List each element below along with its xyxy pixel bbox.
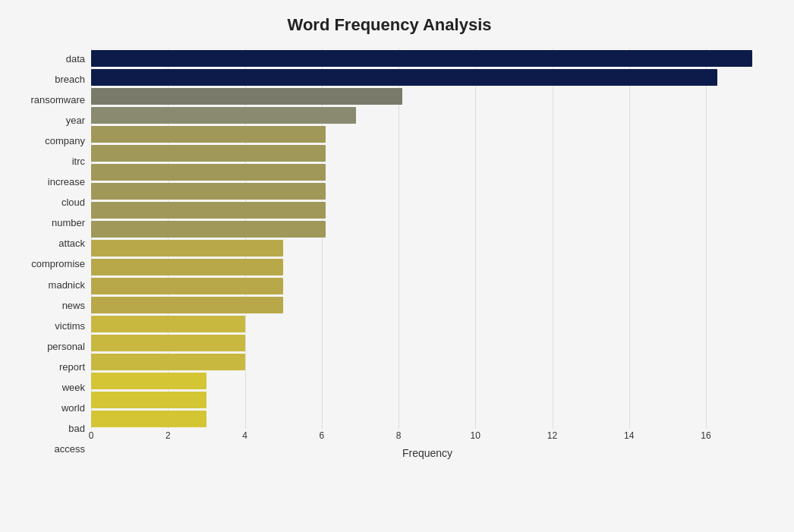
bar-row <box>91 200 764 219</box>
bar-row <box>91 105 764 124</box>
y-label: cloud <box>61 197 85 207</box>
bar <box>91 316 245 332</box>
bar <box>91 183 326 200</box>
x-axis: 0246810121416 Frequency <box>91 429 764 459</box>
bar <box>91 354 245 370</box>
x-tick: 6 <box>319 430 324 441</box>
x-tick: 14 <box>624 430 634 441</box>
bar-row <box>91 124 764 143</box>
bar <box>91 164 326 181</box>
y-label: year <box>66 115 85 125</box>
y-label: personal <box>47 342 85 351</box>
y-label: news <box>62 301 85 310</box>
bar <box>91 392 206 408</box>
bar <box>91 107 356 124</box>
y-label: bad <box>68 423 85 433</box>
bar <box>91 50 752 67</box>
bar-row <box>91 372 764 391</box>
bar-row <box>91 68 764 87</box>
x-axis-label: Frequency <box>91 447 764 459</box>
y-label: week <box>62 382 85 392</box>
bar <box>91 126 326 143</box>
bar-row <box>91 277 764 296</box>
x-tick: 10 <box>471 430 480 441</box>
x-tick: 0 <box>89 430 94 441</box>
bar <box>91 88 402 105</box>
bar <box>91 69 717 86</box>
y-label: victims <box>55 321 85 331</box>
y-label: madnick <box>49 280 85 290</box>
bar <box>91 373 206 389</box>
bar-row <box>91 181 764 200</box>
bar-row <box>91 258 764 277</box>
bar-row <box>91 353 764 372</box>
chart-container: Word Frequency Analysis databreachransom… <box>0 0 794 532</box>
y-label: access <box>55 444 85 454</box>
bar <box>91 297 283 313</box>
bar <box>91 259 283 275</box>
x-tick: 16 <box>701 430 711 441</box>
bar-row <box>91 49 764 68</box>
bar <box>91 145 326 162</box>
bar-row <box>91 296 764 315</box>
y-label: compromise <box>31 259 85 269</box>
y-label: itrc <box>72 156 85 166</box>
grid-and-bars <box>91 49 764 429</box>
bar-row <box>91 334 764 353</box>
y-labels: databreachransomwareyearcompanyitrcincre… <box>15 49 91 459</box>
bar <box>91 335 245 351</box>
y-label: attack <box>58 238 85 248</box>
bar-row <box>91 162 764 181</box>
y-label: increase <box>48 177 85 187</box>
bar-row <box>91 238 764 257</box>
x-tick: 8 <box>396 430 402 441</box>
bar-row <box>91 87 764 105</box>
bar-row <box>91 219 764 238</box>
bar-row <box>91 143 764 162</box>
chart-title: Word Frequency Analysis <box>15 15 764 35</box>
bar-row <box>91 315 764 334</box>
y-label: number <box>52 218 85 228</box>
y-label: breach <box>55 74 85 84</box>
x-tick: 2 <box>165 430 171 441</box>
bar <box>91 221 326 238</box>
x-ticks: 0246810121416 <box>91 429 764 444</box>
x-tick: 12 <box>547 430 557 441</box>
bar <box>91 202 326 219</box>
x-tick: 4 <box>242 430 247 441</box>
y-label: ransomware <box>30 95 85 105</box>
bar <box>91 411 206 427</box>
bar <box>91 278 283 294</box>
y-label: company <box>45 136 85 146</box>
y-label: report <box>59 362 85 372</box>
bar <box>91 240 283 257</box>
y-label: world <box>61 403 85 413</box>
y-label: data <box>66 54 85 64</box>
bar-row <box>91 410 764 429</box>
bars-and-grid: 0246810121416 Frequency <box>91 49 764 459</box>
bar-row <box>91 391 764 410</box>
chart-area: databreachransomwareyearcompanyitrcincre… <box>15 49 764 459</box>
